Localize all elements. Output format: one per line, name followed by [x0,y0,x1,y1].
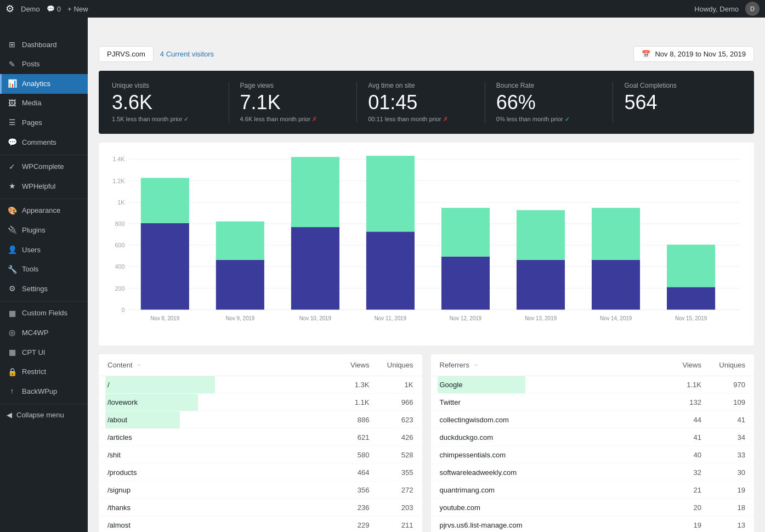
row-label: /shit [107,451,326,459]
referrers-row[interactable]: chimpessentials.com 40 33 [431,446,755,464]
filter-bar: PJRVS.com 4 Current visitors 📅 Nov 8, 20… [99,46,754,62]
svg-text:Nov 10, 2019: Nov 10, 2019 [299,315,332,321]
row-views: 19 [658,521,701,529]
bar-uniques-3 [366,156,415,231]
row-views: 580 [326,451,370,459]
referrers-row[interactable]: Twitter 132 109 [431,394,755,411]
row-label: Twitter [440,398,658,406]
sidebar-item-tools[interactable]: 🔧 Tools [0,260,88,280]
svg-text:600: 600 [115,242,124,248]
sidebar-item-cpt-ui[interactable]: ▦ CPT UI [0,343,88,363]
stats-card: Unique visits 3.6K 1.5K less than month … [99,71,754,134]
referrers-row[interactable]: collectingwisdom.com 44 41 [431,411,755,429]
sidebar-label: BackWPup [22,387,57,397]
sidebar-item-custom-fields[interactable]: ▦ Custom Fields [0,304,88,324]
appearance-icon: 🎨 [7,206,18,217]
sidebar-item-appearance[interactable]: 🎨 Appearance [0,201,88,221]
wphelpful-icon: ★ [7,181,18,192]
collapse-label: Collapse menu [16,411,64,419]
row-uniques: 33 [701,451,745,459]
current-visitors-link[interactable]: 4 Current visitors [160,50,214,58]
sidebar-label: WPComplete [22,162,64,172]
sidebar-item-users[interactable]: 👤 Users [0,240,88,260]
content-row[interactable]: /lovework 1.1K 966 [99,394,422,411]
sidebar-item-dashboard[interactable]: ⊞ Dashboard [0,35,88,55]
row-views: 464 [326,468,370,477]
sidebar-item-posts[interactable]: ✎ Posts [0,55,88,75]
comments-icon: 💬 [7,137,18,148]
stat-label: Page views [240,82,346,89]
sidebar-item-mc4wp[interactable]: ◎ MC4WP [0,323,88,343]
content-row[interactable]: /products 464 355 [99,464,422,482]
content-row[interactable]: /articles 621 426 [99,429,422,446]
referrers-row[interactable]: duckduckgo.com 41 34 [431,429,755,446]
row-uniques: 426 [370,433,413,442]
comments-link[interactable]: 💬 0 [47,5,61,13]
content-row[interactable]: / 1.3K 1K [99,376,422,394]
referrers-row[interactable]: youtube.com 20 18 [431,499,755,517]
sidebar-item-plugins[interactable]: 🔌 Plugins [0,220,88,240]
row-views: 1.1K [326,398,370,406]
bar-views-5 [517,259,565,309]
content-views-header: Views [326,361,370,369]
content-row[interactable]: /almost 229 211 [99,517,422,532]
sidebar-label: CPT UI [22,348,45,358]
row-uniques: 528 [370,451,413,459]
stat-label: Bounce Rate [496,82,602,89]
sidebar-item-analytics[interactable]: 📊 Analytics [0,74,88,94]
new-content-link[interactable]: + New [67,5,88,13]
mc4wp-icon: ◎ [7,327,18,338]
svg-text:Nov 9, 2019: Nov 9, 2019 [225,315,254,321]
calendar-icon: 📅 [642,50,650,58]
sidebar-item-pages[interactable]: ☰ Pages [0,113,88,133]
main-content: PJRVS.com 4 Current visitors 📅 Nov 8, 20… [88,18,765,532]
users-icon: 👤 [7,245,18,256]
content-row[interactable]: /shit 580 528 [99,446,422,464]
row-label: /products [107,468,326,477]
content-table-header: Content → Views Uniques [99,354,422,376]
sidebar-item-comments[interactable]: 💬 Comments [0,133,88,152]
restrict-icon: 🔒 [7,367,18,378]
referrers-row[interactable]: pjrvs.us6.list-manage.com 19 13 [431,517,755,532]
sidebar-label: Dashboard [22,40,57,50]
row-label: duckduckgo.com [440,433,658,442]
row-label: softwareleadweekly.com [440,468,658,477]
content-row[interactable]: /signup 356 272 [99,482,422,499]
referrers-row[interactable]: quantrimang.com 21 19 [431,482,755,499]
row-label: Google [440,381,658,389]
svg-text:1.2K: 1.2K [112,177,125,184]
sidebar-label: Settings [22,284,48,294]
sidebar-item-backwpup[interactable]: ↑ BackWPup [0,382,88,401]
row-uniques: 13 [701,521,745,529]
sidebar-item-wpcomplete[interactable]: ✓ WPComplete [0,157,88,177]
admin-bar: ⚙ Demo 💬 0 + New Howdy, Demo D [0,0,765,18]
svg-text:Nov 14, 2019: Nov 14, 2019 [600,315,632,321]
sidebar-label: Analytics [22,79,50,89]
sidebar-item-settings[interactable]: ⚙ Settings [0,279,88,299]
date-range-button[interactable]: 📅 Nov 8, 2019 to Nov 15, 2019 [633,46,754,62]
site-name[interactable]: Demo [21,5,40,13]
referrers-table-rows: Google 1.1K 970 Twitter 132 109 collecti… [431,376,755,532]
referrers-views-header: Views [658,361,701,369]
sidebar-item-wphelpful[interactable]: ★ WPHelpful [0,177,88,196]
sidebar-item-restrict[interactable]: 🔒 Restrict [0,363,88,382]
stat-value: 564 [624,92,730,114]
content-row[interactable]: /about 886 623 [99,411,422,429]
collapse-menu[interactable]: ◀ Collapse menu [0,406,88,423]
sidebar-label: Tools [22,264,38,274]
row-uniques: 211 [370,521,413,529]
bar-views-7 [667,287,715,309]
row-views: 356 [326,486,370,494]
tables-row: Content → Views Uniques / 1.3K 1K /lovew… [99,354,754,532]
content-row[interactable]: /thanks 236 203 [99,499,422,517]
row-label: chimpessentials.com [440,451,658,459]
pages-icon: ☰ [7,117,18,128]
stat-label: Avg time on site [368,82,474,89]
referrers-row[interactable]: softwareleadweekly.com 32 30 [431,464,755,482]
sidebar-item-media[interactable]: 🖼 Media [0,94,88,114]
posts-icon: ✎ [7,59,18,70]
referrers-row[interactable]: Google 1.1K 970 [431,376,755,394]
site-badge[interactable]: PJRVS.com [99,46,154,62]
stat-avg-time: Avg time on site 01:45 00:11 less than m… [356,82,485,123]
row-views: 621 [326,433,370,442]
